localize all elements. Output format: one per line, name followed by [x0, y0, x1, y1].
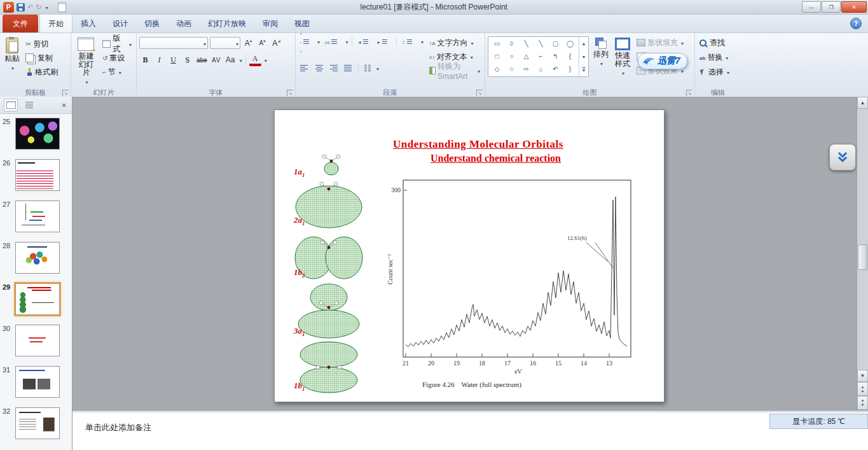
slides-tab[interactable]	[4, 99, 18, 111]
slide-editor-canvas[interactable]: Understanding Molecular Orbitals Underst…	[72, 97, 868, 410]
paragraph-dialog-launcher[interactable]	[476, 90, 483, 96]
change-case-dropdown-icon[interactable]	[238, 55, 242, 64]
tab-design[interactable]: 设计	[104, 15, 136, 32]
orbital-2a1-image[interactable]: 2a1	[294, 179, 364, 230]
numbering-button[interactable]	[322, 36, 341, 47]
arrange-button[interactable]: 排列	[591, 36, 610, 78]
help-button[interactable]: ?	[850, 18, 862, 29]
slide-thumbnail-31[interactable]: 31	[1, 366, 72, 398]
font-dialog-launcher[interactable]	[287, 90, 293, 96]
clear-formatting-button[interactable]: A	[270, 38, 282, 48]
shape-icon[interactable]: ◊	[510, 40, 513, 48]
orbital-diagrams[interactable]: 1a1 2a1	[290, 152, 374, 400]
thumbnail-preview[interactable]	[15, 200, 60, 232]
xunlei-overlay[interactable]: 迅雷7	[638, 53, 687, 69]
shape-icon[interactable]: ◯	[567, 40, 574, 48]
format-painter-button[interactable]: 格式刷	[24, 66, 60, 78]
slide-thumbnail-30[interactable]: 30	[1, 325, 72, 356]
section-button[interactable]: 节	[100, 66, 134, 78]
thumbnail-preview[interactable]	[15, 407, 60, 439]
orbital-1b1-image[interactable]: 1b1	[294, 341, 364, 396]
find-button[interactable]: 查找	[698, 37, 738, 48]
scroll-down-button[interactable]: ▼	[857, 370, 868, 382]
close-pane-button[interactable]: ✕	[60, 102, 68, 109]
tab-animations[interactable]: 动画	[168, 15, 200, 32]
slide-thumbnail-29[interactable]: 29	[1, 283, 72, 315]
underline-button[interactable]: U	[167, 55, 179, 65]
tab-insert[interactable]: 插入	[72, 15, 104, 32]
line-spacing-button[interactable]	[401, 36, 418, 47]
shape-icon[interactable]: ⇨	[523, 66, 528, 73]
shape-icon[interactable]: ◇	[495, 66, 500, 73]
decrease-indent-button[interactable]	[356, 36, 373, 47]
grow-font-button[interactable]: A	[242, 38, 254, 48]
scrollbar-track[interactable]	[857, 109, 868, 370]
shapes-scroll-down-button[interactable]	[579, 50, 588, 64]
paste-dropdown-icon[interactable]	[10, 63, 14, 72]
shape-icon[interactable]: ↰	[553, 53, 558, 60]
orbital-3a1-image[interactable]: 3a1	[294, 282, 364, 341]
font-name-select[interactable]	[139, 37, 208, 49]
tab-home[interactable]: 开始	[39, 14, 72, 32]
scroll-up-button[interactable]: ▲	[857, 97, 868, 109]
quick-styles-button[interactable]: 快速 样式	[613, 36, 632, 78]
redo-button[interactable]: ↻	[36, 3, 41, 11]
align-left-button[interactable]	[298, 62, 310, 74]
justify-button[interactable]	[342, 62, 354, 74]
columns-button[interactable]	[362, 62, 373, 74]
text-shadow-button[interactable]: S	[181, 55, 193, 65]
new-slide-button[interactable]: 新建 幻灯片	[74, 36, 99, 87]
notes-placeholder[interactable]: 单击此处添加备注	[85, 422, 151, 433]
restore-button[interactable]: ❐	[822, 1, 841, 13]
shapes-more-button[interactable]	[579, 63, 588, 76]
next-slide-button[interactable]	[857, 396, 868, 410]
shape-icon[interactable]: ☆	[509, 66, 514, 73]
thumbnail-preview[interactable]	[15, 283, 60, 315]
thumbnail-preview[interactable]	[15, 366, 60, 398]
tab-slideshow[interactable]: 幻灯片放映	[200, 15, 254, 32]
orbital-1b2-image[interactable]: 1b2	[294, 230, 364, 283]
reset-button[interactable]: 重设	[100, 52, 134, 64]
clipboard-dialog-launcher[interactable]	[62, 90, 69, 96]
qat-dropdown-icon[interactable]	[44, 3, 48, 11]
cut-button[interactable]: ✂剪切	[24, 38, 60, 50]
scrollbar-thumb[interactable]	[858, 244, 867, 270]
undo-button[interactable]: ↶	[27, 3, 33, 11]
shape-icon[interactable]: ▢	[553, 40, 558, 48]
character-spacing-button[interactable]: AV	[210, 55, 223, 65]
slide-title[interactable]: Understanding Molecular Orbitals Underst…	[370, 138, 586, 164]
shrink-font-button[interactable]: A	[256, 38, 268, 48]
thumbnail-preview[interactable]	[15, 242, 60, 274]
replace-button[interactable]: 替换	[698, 52, 738, 63]
notes-pane[interactable]: 单击此处添加备注 显卡温度: 85 ℃	[72, 410, 868, 450]
thumbnail-preview[interactable]	[15, 325, 60, 356]
shape-icon[interactable]: ○	[509, 53, 513, 60]
bold-button[interactable]: B	[139, 55, 151, 65]
slide-thumbnail-26[interactable]: 26	[1, 159, 72, 191]
shape-icon[interactable]: ⌂	[539, 66, 542, 73]
floating-next-slide-widget[interactable]	[829, 144, 856, 171]
font-size-select[interactable]	[210, 37, 240, 49]
shape-icon[interactable]: □	[495, 53, 499, 60]
shape-icon[interactable]: {	[569, 53, 571, 60]
shape-icon[interactable]: △	[524, 53, 529, 60]
shape-icon[interactable]: ╲	[524, 40, 528, 48]
font-color-button[interactable]: A	[249, 53, 261, 66]
align-right-button[interactable]	[327, 62, 340, 74]
tab-review[interactable]: 审阅	[254, 15, 286, 32]
shape-icon[interactable]: ⌐	[539, 53, 543, 60]
strikethrough-button[interactable]: abe	[195, 55, 209, 65]
previous-slide-button[interactable]	[857, 382, 868, 396]
shape-icon[interactable]: ↶	[553, 66, 558, 73]
align-center-button[interactable]	[313, 62, 325, 74]
font-color-dropdown-icon[interactable]	[263, 55, 267, 64]
copy-button[interactable]: 复制	[24, 52, 60, 64]
shapes-scroll-up-button[interactable]	[579, 37, 588, 50]
italic-button[interactable]: I	[153, 55, 165, 65]
minimize-button[interactable]: —	[802, 1, 821, 13]
text-direction-button[interactable]: 文字方向	[427, 37, 482, 48]
thumbnail-preview[interactable]	[15, 159, 60, 191]
orbital-1a1-image[interactable]: 1a1	[296, 153, 366, 179]
tab-view[interactable]: 视图	[286, 15, 318, 32]
shape-fill-button[interactable]: 形状填充	[635, 37, 687, 48]
